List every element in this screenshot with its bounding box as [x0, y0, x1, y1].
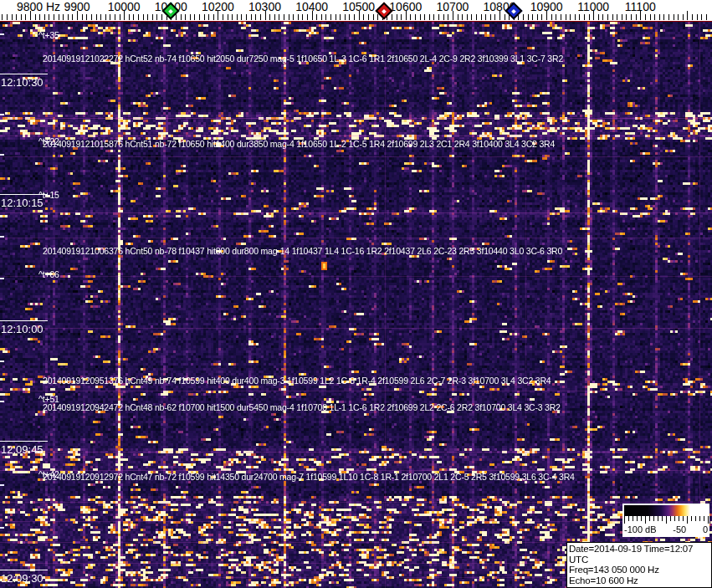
colorbar-label-max: 0 [703, 524, 708, 535]
freq-tick-label: 9900 [64, 0, 90, 13]
colorbar-tick [658, 516, 658, 521]
freq-minor-tick [181, 14, 182, 20]
colorbar-tick [704, 516, 704, 521]
freq-minor-tick [448, 14, 448, 20]
freq-tick-label: 10200 [202, 0, 234, 13]
freq-minor-tick [7, 14, 8, 20]
freq-minor-tick [12, 14, 13, 20]
freq-minor-tick [598, 14, 599, 20]
freq-minor-tick [584, 14, 585, 20]
freq-minor-tick [537, 14, 538, 20]
freq-minor-tick [377, 14, 378, 20]
freq-minor-tick [626, 14, 627, 20]
info-date-time: Date=2014-09-19 Time=12:07 UTC [569, 544, 709, 565]
colorbar-tick [679, 516, 679, 521]
freq-minor-tick [129, 14, 130, 20]
freq-minor-tick [25, 14, 26, 20]
freq-minor-tick [39, 14, 40, 20]
freq-minor-tick [190, 14, 191, 20]
freq-minor-tick [674, 14, 674, 20]
freq-minor-tick [345, 14, 346, 20]
freq-minor-tick [654, 14, 655, 20]
freq-minor-tick [100, 14, 101, 20]
colorbar-tick [633, 516, 633, 521]
freq-tick-label: 10300 [248, 0, 281, 13]
freq-minor-tick [204, 14, 205, 20]
freq-minor-tick [289, 14, 289, 20]
freq-tick-label: 10700 [436, 0, 469, 13]
colorbar-tick [662, 516, 663, 521]
freq-minor-tick [424, 14, 425, 20]
freq-minor-tick [602, 14, 603, 20]
freq-minor-tick [241, 14, 242, 20]
freq-tick-label: 10400 [295, 0, 328, 13]
freq-minor-tick [251, 14, 252, 20]
freq-minor-tick [194, 14, 195, 20]
freq-minor-tick [237, 14, 238, 20]
colorbar-tick [699, 516, 700, 521]
freq-minor-tick [566, 14, 566, 20]
freq-minor-tick [199, 14, 200, 20]
freq-minor-tick [622, 14, 622, 20]
freq-minor-tick [490, 14, 491, 20]
freq-minor-tick [392, 14, 392, 20]
freq-minor-tick [147, 14, 148, 20]
frequency-ruler: 9800 Hz990010000101001020010300104001050… [0, 0, 712, 22]
colorbar-tick [695, 516, 696, 521]
freq-minor-tick [260, 14, 261, 20]
freq-minor-tick [397, 14, 397, 20]
freq-minor-tick [208, 14, 209, 20]
freq-minor-tick [176, 14, 177, 20]
freq-minor-tick [228, 14, 228, 20]
freq-minor-tick [575, 14, 576, 20]
colorbar-tick [674, 516, 675, 521]
freq-minor-tick [115, 14, 115, 20]
colorbar-tick [670, 516, 671, 521]
freq-minor-tick [579, 14, 580, 20]
freq-minor-tick [340, 14, 341, 20]
freq-minor-tick [316, 14, 317, 20]
freq-tick-label: 10000 [108, 0, 141, 13]
freq-minor-tick [368, 14, 369, 20]
freq-minor-tick [471, 14, 472, 20]
freq-tick-label: 11000 [577, 0, 609, 13]
freq-minor-tick [697, 14, 698, 20]
freq-minor-tick [49, 14, 49, 20]
freq-minor-tick [68, 14, 69, 20]
freq-minor-tick [120, 14, 120, 20]
freq-minor-tick [152, 14, 153, 20]
spectrogram-canvas [0, 22, 712, 588]
freq-minor-tick [541, 14, 542, 20]
freq-minor-tick [410, 14, 411, 20]
freq-minor-tick [433, 14, 434, 20]
freq-minor-tick [255, 14, 256, 20]
freq-minor-tick [692, 14, 693, 20]
freq-minor-tick [269, 14, 270, 20]
freq-minor-tick [16, 14, 17, 20]
freq-minor-tick [284, 14, 284, 20]
freq-minor-tick [494, 14, 495, 20]
freq-minor-tick [349, 14, 350, 20]
colorbar-tick [653, 516, 654, 521]
freq-minor-tick [373, 14, 374, 20]
freq-minor-tick [528, 14, 529, 20]
freq-minor-tick [223, 14, 223, 20]
freq-minor-tick [612, 14, 613, 20]
colorbar-tick [666, 516, 667, 524]
freq-minor-tick [485, 14, 486, 20]
freq-minor-tick [232, 14, 233, 20]
colorbar-tick [683, 516, 684, 521]
freq-minor-tick [302, 14, 303, 20]
freq-minor-tick [330, 14, 331, 20]
freq-minor-tick [91, 14, 92, 20]
freq-minor-tick [570, 14, 571, 20]
freq-minor-tick [458, 14, 458, 20]
freq-minor-tick [363, 14, 364, 20]
freq-minor-tick [481, 14, 482, 20]
freq-minor-tick [607, 14, 608, 20]
freq-minor-tick [701, 14, 702, 20]
freq-minor-tick [462, 14, 463, 20]
freq-minor-tick [617, 14, 617, 20]
info-box: Date=2014-09-19 Time=12:07 UTC Freq=143 … [566, 542, 712, 588]
freq-minor-tick [72, 14, 73, 20]
